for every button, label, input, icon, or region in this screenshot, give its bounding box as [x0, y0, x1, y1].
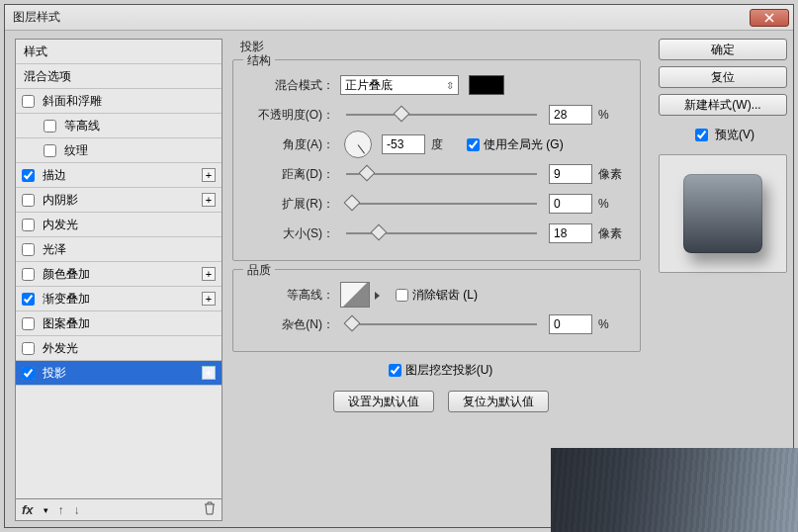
cancel-button[interactable]: 复位	[659, 66, 787, 88]
move-down-icon[interactable]: ↓	[74, 503, 80, 517]
global-light-input[interactable]	[467, 138, 480, 151]
style-checkbox[interactable]	[22, 342, 35, 355]
style-row-2[interactable]: 纹理	[16, 138, 222, 163]
angle-label: 角度(A)：	[245, 136, 334, 153]
style-row-4[interactable]: 内阴影+	[16, 188, 222, 213]
spread-unit: %	[598, 197, 628, 211]
preview-swatch	[683, 174, 762, 253]
style-checkbox[interactable]	[44, 120, 56, 133]
structure-legend: 结构	[243, 52, 275, 69]
antialias-checkbox[interactable]: 消除锯齿 (L)	[396, 287, 478, 304]
add-instance-icon[interactable]: +	[202, 292, 216, 306]
add-instance-icon[interactable]: +	[202, 267, 216, 281]
style-checkbox[interactable]	[22, 293, 35, 306]
style-row-9[interactable]: 图案叠加	[16, 311, 222, 336]
size-slider[interactable]	[346, 224, 537, 242]
blending-options-label: 混合选项	[24, 68, 216, 85]
close-button[interactable]	[750, 9, 789, 27]
quality-legend: 品质	[243, 262, 275, 279]
opacity-slider[interactable]	[346, 106, 537, 124]
add-instance-icon[interactable]: +	[202, 366, 216, 380]
contour-label: 等高线：	[245, 287, 334, 304]
style-label: 等高线	[64, 118, 216, 134]
knockout-checkbox[interactable]: 图层挖空投影(U)	[389, 362, 493, 379]
antialias-input[interactable]	[396, 289, 408, 302]
blend-mode-label: 混合模式：	[245, 77, 334, 94]
noise-slider[interactable]	[346, 315, 537, 333]
style-label: 内阴影	[43, 192, 196, 209]
spread-slider[interactable]	[346, 195, 537, 213]
antialias-label: 消除锯齿 (L)	[412, 287, 478, 304]
contour-picker[interactable]	[340, 282, 370, 308]
angle-dial[interactable]	[344, 131, 372, 158]
style-label: 纹理	[64, 142, 216, 159]
new-style-button[interactable]: 新建样式(W)...	[659, 94, 787, 116]
add-instance-icon[interactable]: +	[202, 193, 216, 207]
fx-menu[interactable]: fx	[22, 502, 34, 517]
style-row-5[interactable]: 内发光	[16, 213, 222, 237]
style-row-0[interactable]: 斜面和浮雕	[16, 89, 222, 114]
style-checkbox[interactable]	[44, 144, 56, 157]
style-label: 颜色叠加	[43, 266, 196, 283]
style-checkbox[interactable]	[22, 219, 35, 231]
style-label: 图案叠加	[43, 315, 216, 332]
styles-footer: fx▾ ↑ ↓	[16, 498, 222, 520]
style-checkbox[interactable]	[22, 169, 35, 182]
style-checkbox[interactable]	[22, 268, 35, 281]
angle-input[interactable]: -53	[382, 134, 425, 154]
chevron-updown-icon: ⇳	[446, 80, 454, 91]
style-row-3[interactable]: 描边+	[16, 163, 222, 188]
spread-input[interactable]: 0	[549, 194, 592, 214]
opacity-label: 不透明度(O)：	[245, 107, 334, 124]
size-input[interactable]: 18	[549, 223, 592, 243]
add-instance-icon[interactable]: +	[202, 168, 216, 182]
global-light-label: 使用全局光 (G)	[484, 136, 564, 153]
titlebar[interactable]: 图层样式	[5, 5, 793, 31]
preview-checkbox[interactable]: 预览(V)	[659, 126, 787, 144]
styles-heading[interactable]: 样式	[16, 40, 222, 64]
knockout-input[interactable]	[389, 364, 401, 377]
distance-slider[interactable]	[346, 165, 537, 183]
blending-options-row[interactable]: 混合选项	[16, 64, 222, 89]
noise-unit: %	[598, 317, 628, 331]
style-row-1[interactable]: 等高线	[16, 114, 222, 138]
shadow-color-swatch[interactable]	[469, 75, 504, 95]
size-unit: 像素	[598, 225, 628, 242]
knockout-label: 图层挖空投影(U)	[405, 362, 493, 379]
ok-button[interactable]: 确定	[659, 39, 787, 60]
style-label: 光泽	[43, 241, 216, 258]
style-label: 渐变叠加	[43, 291, 196, 308]
preview-box	[659, 154, 787, 273]
style-row-10[interactable]: 外发光	[16, 336, 222, 361]
style-row-6[interactable]: 光泽	[16, 237, 222, 262]
distance-label: 距离(D)：	[245, 166, 334, 183]
distance-input[interactable]: 9	[549, 164, 592, 184]
styles-sidebar: 样式 混合选项 斜面和浮雕等高线纹理描边+内阴影+内发光光泽颜色叠加+渐变叠加+…	[15, 39, 222, 521]
preview-input[interactable]	[695, 129, 708, 141]
chevron-right-icon	[375, 292, 380, 300]
distance-unit: 像素	[598, 166, 628, 183]
global-light-checkbox[interactable]: 使用全局光 (G)	[467, 136, 564, 153]
make-default-button[interactable]: 设置为默认值	[333, 391, 434, 412]
quality-group: 品质 等高线： 消除锯齿 (L) 杂色(N)： 0 %	[232, 269, 641, 352]
reset-default-button[interactable]: 复位为默认值	[448, 391, 549, 412]
style-checkbox[interactable]	[22, 367, 35, 380]
opacity-unit: %	[598, 108, 628, 122]
opacity-input[interactable]: 28	[549, 105, 592, 125]
style-checkbox[interactable]	[22, 243, 35, 256]
style-checkbox[interactable]	[22, 95, 35, 108]
window-title: 图层样式	[13, 9, 750, 26]
blend-mode-select[interactable]: 正片叠底 ⇳	[340, 75, 459, 95]
style-row-11[interactable]: 投影+	[16, 361, 222, 386]
style-label: 外发光	[43, 340, 216, 357]
style-row-7[interactable]: 颜色叠加+	[16, 262, 222, 287]
close-icon	[764, 13, 774, 23]
move-up-icon[interactable]: ↑	[58, 503, 64, 517]
noise-label: 杂色(N)：	[245, 316, 334, 333]
style-checkbox[interactable]	[22, 317, 35, 330]
trash-icon[interactable]	[204, 501, 216, 518]
spread-label: 扩展(R)：	[245, 196, 334, 213]
style-row-8[interactable]: 渐变叠加+	[16, 287, 222, 311]
noise-input[interactable]: 0	[549, 314, 592, 334]
style-checkbox[interactable]	[22, 194, 35, 207]
